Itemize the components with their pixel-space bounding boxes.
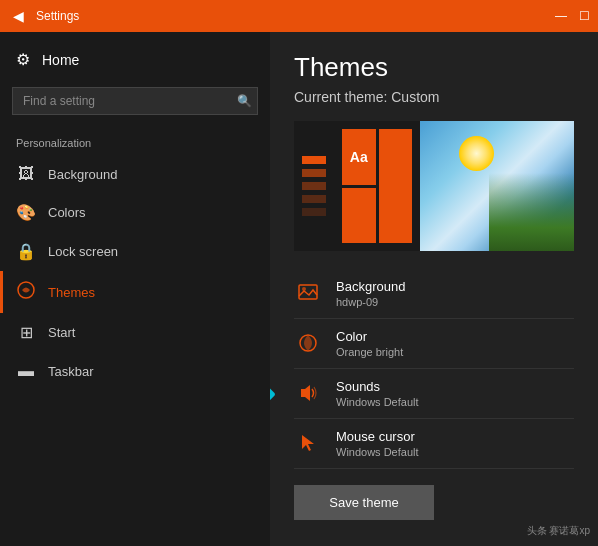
sidebar-item-colors-label: Colors — [48, 205, 86, 220]
settings-color-text: Color Orange bright — [336, 329, 403, 358]
taskbar-icon: ▬ — [16, 362, 36, 380]
start-icon: ⊞ — [16, 323, 36, 342]
settings-background-icon — [294, 279, 322, 307]
preview-mountain — [489, 173, 574, 251]
settings-sounds-text: Sounds Windows Default — [336, 379, 419, 408]
settings-cursor-text: Mouse cursor Windows Default — [336, 429, 419, 458]
watermark: 头条 赛诺葛xp — [527, 524, 590, 538]
preview-strips — [294, 121, 334, 251]
theme-preview: Aa — [294, 121, 574, 251]
sidebar-item-lock-label: Lock screen — [48, 244, 118, 259]
sidebar-item-background-label: Background — [48, 167, 117, 182]
preview-tile-small — [342, 188, 376, 244]
settings-background-subtitle: hdwp-09 — [336, 296, 405, 308]
preview-sun — [459, 136, 494, 171]
settings-item-background[interactable]: Background hdwp-09 — [294, 269, 574, 319]
settings-sounds-title: Sounds — [336, 379, 419, 394]
sidebar: ⚙ Home 🔍 Personalization 🖼 Background 🎨 … — [0, 32, 270, 546]
preview-tile-aa: Aa — [342, 129, 376, 185]
main-layout: ⚙ Home 🔍 Personalization 🖼 Background 🎨 … — [0, 32, 598, 546]
search-input[interactable] — [12, 87, 258, 115]
svg-point-2 — [302, 287, 306, 291]
titlebar-left: ◀ Settings — [8, 8, 79, 24]
svg-marker-4 — [301, 385, 310, 401]
app-title: Settings — [36, 9, 79, 23]
sidebar-item-themes[interactable]: Themes — [0, 271, 270, 313]
settings-color-icon — [294, 329, 322, 357]
preview-tiles: Aa — [334, 121, 420, 251]
highlight-arrow: ➜ — [270, 378, 276, 409]
strip-3 — [302, 182, 326, 190]
search-icon: 🔍 — [237, 94, 252, 108]
content-area: Themes Current theme: Custom Aa — [270, 32, 598, 546]
settings-color-subtitle: Orange bright — [336, 346, 403, 358]
strip-4 — [302, 195, 326, 203]
sidebar-item-themes-label: Themes — [48, 285, 95, 300]
sidebar-item-colors[interactable]: 🎨 Colors — [0, 193, 270, 232]
save-theme-button[interactable]: Save theme — [294, 485, 434, 520]
strip-2 — [302, 169, 326, 177]
strip-5 — [302, 208, 326, 216]
search-box: 🔍 — [12, 87, 258, 115]
strip-1 — [302, 156, 326, 164]
titlebar: ◀ Settings — ☐ — [0, 0, 598, 32]
sidebar-item-start[interactable]: ⊞ Start — [0, 313, 270, 352]
save-button-row: Save theme — [294, 485, 574, 520]
window-controls: — ☐ — [555, 9, 590, 23]
sidebar-item-home[interactable]: ⚙ Home — [0, 40, 270, 79]
maximize-button[interactable]: ☐ — [579, 9, 590, 23]
preview-left-panel: Aa — [294, 121, 420, 251]
settings-item-sounds[interactable]: ➜ Sounds Windows Default — [294, 369, 574, 419]
sidebar-item-lock-screen[interactable]: 🔒 Lock screen — [0, 232, 270, 271]
home-label: Home — [42, 52, 79, 68]
settings-color-title: Color — [336, 329, 403, 344]
preview-tile-tall — [379, 129, 413, 243]
sidebar-item-background[interactable]: 🖼 Background — [0, 155, 270, 193]
minimize-button[interactable]: — — [555, 9, 567, 23]
current-theme-label: Current theme: Custom — [294, 89, 574, 105]
sidebar-item-taskbar-label: Taskbar — [48, 364, 94, 379]
settings-item-color[interactable]: Color Orange bright — [294, 319, 574, 369]
settings-cursor-title: Mouse cursor — [336, 429, 419, 444]
settings-cursor-subtitle: Windows Default — [336, 446, 419, 458]
background-icon: 🖼 — [16, 165, 36, 183]
settings-sounds-icon — [294, 379, 322, 407]
settings-item-cursor[interactable]: Mouse cursor Windows Default — [294, 419, 574, 469]
lock-screen-icon: 🔒 — [16, 242, 36, 261]
sidebar-item-taskbar[interactable]: ▬ Taskbar — [0, 352, 270, 390]
back-button[interactable]: ◀ — [8, 8, 28, 24]
page-title: Themes — [294, 52, 574, 83]
home-icon: ⚙ — [16, 50, 30, 69]
svg-marker-5 — [302, 435, 314, 451]
preview-wallpaper — [420, 121, 574, 251]
colors-icon: 🎨 — [16, 203, 36, 222]
sidebar-item-start-label: Start — [48, 325, 75, 340]
themes-icon — [16, 281, 36, 303]
settings-background-text: Background hdwp-09 — [336, 279, 405, 308]
settings-background-title: Background — [336, 279, 405, 294]
settings-cursor-icon — [294, 429, 322, 457]
sidebar-section-label: Personalization — [0, 123, 270, 155]
settings-sounds-subtitle: Windows Default — [336, 396, 419, 408]
